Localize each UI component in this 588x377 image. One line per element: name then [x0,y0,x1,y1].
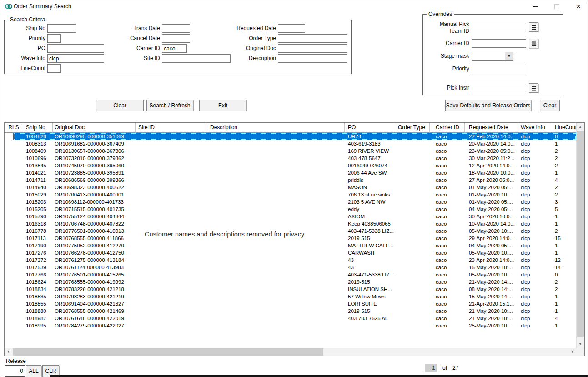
cell-ship_no: 1018835 [23,293,53,300]
ship-no-label: Ship No [5,24,45,33]
line-count-input[interactable] [47,64,61,73]
table-row[interactable]: 1018995OR10784279-000000-422027caco25-Ma… [5,322,576,329]
column-header-site_id[interactable]: Site ID [136,123,207,133]
cell-po: eddy [345,206,395,213]
cell-site_id [136,176,207,184]
table-row[interactable]: 1015203OR10698112-000000-4017332103 5 AV… [5,198,576,206]
close-button[interactable]: ✕ [571,0,586,12]
po-input[interactable] [47,44,104,53]
horizontal-scrollbar[interactable]: ‹ › [5,348,576,356]
release-all-button[interactable]: ALL [26,365,41,377]
cell-wave_info: clcp [517,176,551,184]
pick-instr-input[interactable] [472,84,526,92]
table-row[interactable]: 1017539OR10761124-000000-41398343caco15-… [5,264,576,271]
manual-pick-lookup-button[interactable] [529,22,538,32]
table-row[interactable]: 1018835OR10793283-000000-42121957 Willow… [5,293,576,300]
cell-site_id [136,169,207,176]
exit-button[interactable]: Exit [199,100,246,111]
table-row[interactable]: 1016318OR10706748-000000-407822Keep 4038… [5,220,576,227]
cell-requested_date: 18-Mar-2020 10:0... [465,169,517,176]
override-carrier-id-input[interactable] [472,39,526,48]
cell-original_doc: OR10686569-000000-399366 [53,176,136,184]
cell-rls [5,264,23,271]
cell-requested_date: 30-Mar-2020 11:2... [465,155,517,162]
scrollbar-corner [576,348,584,356]
cell-po: 706 13 st ne sinks [345,191,395,198]
cell-po: priddis [345,176,395,184]
cell-requested_date: 30-Apr-2020 10:0... [465,213,517,220]
table-row[interactable]: 1015029OR10700413-000000-400901706 13 st… [5,191,576,198]
carrier-id-lookup-button[interactable] [529,39,538,48]
window-title: Order Summary Search [14,3,71,10]
table-row[interactable]: 1017276OR10766278-000000-412750CARWASHca… [5,249,576,256]
table-row[interactable]: 1018834OR10783226-000000-421218INSULATIO… [5,286,576,293]
table-row[interactable]: 1018987OR10761648-000000-422019403-703-7… [5,315,576,322]
cell-site_id [136,162,207,169]
table-row[interactable]: 1014021OR10723885-000000-3958912006 44 A… [5,169,576,176]
override-carrier-id-label: Carrier ID [427,39,469,48]
table-row[interactable]: 1014940OR10698323-000000-400522MASONcaco… [5,184,576,191]
scroll-left-arrow-icon[interactable]: ‹ [5,348,12,356]
priority-input[interactable] [47,34,61,43]
table-row[interactable]: 1010696OR10732010-000000-379362403-478-5… [5,155,576,162]
table-row[interactable]: 1004828OR10690295-000000-351069UR74caco2… [5,133,576,140]
release-count-input[interactable] [5,365,25,377]
table-row[interactable]: 1017372OR10761275-000000-41318443caco23-… [5,256,576,264]
column-header-order_type[interactable]: Order Type [395,123,430,133]
requested-date-input[interactable] [278,24,305,33]
maximize-button[interactable] [549,0,564,12]
cell-po: CARWASH [345,249,395,256]
trans-date-input[interactable] [162,24,190,33]
vertical-scrollbar-thumb[interactable] [577,131,584,337]
wave-info-input[interactable] [47,54,104,63]
table-row[interactable]: 1013845OR10745970-000000-3950600016049-0… [5,162,576,169]
search-refresh-button[interactable]: Search / Refresh [146,100,193,111]
manual-pick-team-id-input[interactable] [472,23,526,31]
cancel-date-input[interactable] [162,34,190,43]
stage-mask-combobox[interactable]: ▼ [472,52,513,61]
table-row[interactable]: 1018855OR10691404-000000-421327LORI SUIT… [5,300,576,307]
table-row[interactable]: 1018624OR10768555-000000-4199922019-515c… [5,278,576,286]
scroll-up-arrow-icon[interactable]: ▲ [577,123,584,131]
table-row[interactable]: 1008313OR10691682-000000-367409403-619-3… [5,140,576,147]
order-type-input[interactable] [278,34,347,43]
column-header-ship_no[interactable]: Ship No [23,123,53,133]
column-header-rls[interactable]: RLS [5,123,23,133]
column-header-description[interactable]: Description [207,123,345,133]
cell-line_count: 2 [551,227,576,235]
save-defaults-release-button[interactable]: Save Defaults and Release Orders [445,100,531,111]
vertical-scrollbar[interactable]: ▲ ▼ [576,123,584,348]
table-row[interactable]: 1018880OR10768555-000000-4214692019-515c… [5,307,576,315]
dropdown-arrow-icon[interactable]: ▼ [505,52,513,60]
clear-overrides-button[interactable]: Clear [540,100,560,111]
description-input[interactable] [278,54,347,63]
table-row[interactable]: 1017190OR10775052-000000-412270MATTHEW C… [5,242,576,249]
column-header-carrier_id[interactable]: Carrier ID [430,123,465,133]
cell-po: INSULATION SH... [345,286,395,293]
column-header-requested_date[interactable]: Requested Date [465,123,517,133]
column-header-po[interactable]: PO [345,123,395,133]
scroll-down-arrow-icon[interactable]: ▼ [577,340,584,348]
original-doc-input[interactable] [278,44,347,53]
column-header-original_doc[interactable]: Original Doc [53,123,136,133]
table-row[interactable]: 1015205OR10715515-000000-401735eddycaco0… [5,206,576,213]
table-row[interactable]: 1015790OR10755124-000000-404844AXIOMcaco… [5,213,576,220]
pick-instr-lookup-button[interactable] [529,83,538,93]
ship-no-input[interactable] [47,24,76,33]
scroll-right-arrow-icon[interactable]: › [568,348,576,356]
override-priority-input[interactable] [472,65,526,73]
cell-original_doc: OR10745970-000000-395060 [53,162,136,169]
cell-wave_info: clcp [517,242,551,249]
clear-button[interactable]: Clear [96,100,144,111]
table-row[interactable]: 1017766OR10776501-000000-415265403-471-5… [5,271,576,278]
table-row[interactable]: 1014711OR10686569-000000-399366priddisca… [5,176,576,184]
cell-po: 2019-515 [345,307,395,315]
cell-site_id [136,133,207,140]
column-header-line_count[interactable]: LineCount [551,123,576,133]
column-header-wave_info[interactable]: Wave Info [517,123,551,133]
cell-original_doc: OR10690295-000000-351069 [53,133,136,140]
table-row[interactable]: 1008409OR10130657-000000-367806169 RIVER… [5,147,576,155]
horizontal-scrollbar-thumb[interactable] [13,348,323,356]
minimize-button[interactable] [527,0,543,12]
carrier-id-input[interactable] [162,44,187,53]
